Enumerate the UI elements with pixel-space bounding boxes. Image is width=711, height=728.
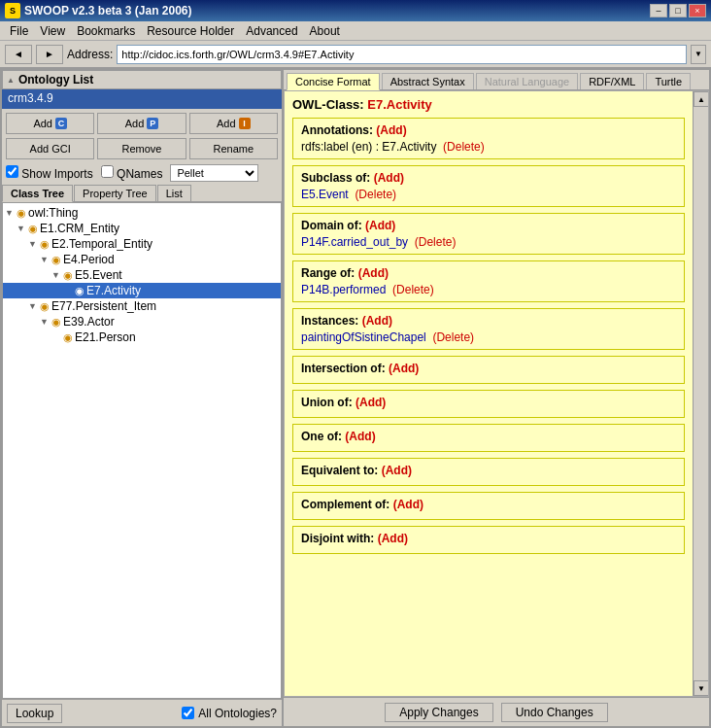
title-bar: S SWOOP v2.3 beta 3 (Jan 2006) – □ × bbox=[0, 0, 711, 21]
scroll-up-button[interactable]: ▲ bbox=[694, 91, 709, 107]
undo-changes-button[interactable]: Undo Changes bbox=[501, 703, 608, 722]
show-imports-checkbox[interactable] bbox=[6, 165, 18, 178]
p14f-link[interactable]: P14F.carried_out_by bbox=[301, 235, 408, 249]
class-icon: ◉ bbox=[75, 285, 85, 297]
tree-item-e7[interactable]: ◉ E7.Activity bbox=[3, 283, 281, 298]
p14b-link[interactable]: P14B.performed bbox=[301, 283, 386, 296]
scroll-track[interactable] bbox=[694, 107, 708, 680]
e5-event-link[interactable]: E5.Event bbox=[301, 188, 349, 201]
range-add-link[interactable]: (Add) bbox=[358, 266, 389, 280]
menu-view[interactable]: View bbox=[34, 23, 71, 39]
forward-button[interactable]: ► bbox=[36, 45, 63, 64]
tab-abstract-syntax[interactable]: Abstract Syntax bbox=[382, 73, 474, 89]
back-button[interactable]: ◄ bbox=[5, 45, 32, 64]
maximize-button[interactable]: □ bbox=[669, 4, 687, 17]
tab-concise-format[interactable]: Concise Format bbox=[287, 73, 380, 90]
all-ontologies-label: All Ontologies? bbox=[198, 707, 277, 720]
tab-property-tree[interactable]: Property Tree bbox=[74, 185, 156, 201]
reasoner-select[interactable]: PelletNo Reasoner bbox=[170, 164, 258, 182]
apply-changes-button[interactable]: Apply Changes bbox=[385, 703, 492, 722]
tab-rdf-xml[interactable]: RDF/XML bbox=[580, 73, 644, 89]
bottom-bar: Lookup All Ontologies? bbox=[2, 699, 282, 726]
subclass-delete-link[interactable]: (Delete) bbox=[355, 188, 396, 201]
scroll-down-button[interactable]: ▼ bbox=[694, 680, 709, 696]
class-icon: ◉ bbox=[40, 300, 50, 313]
tree-item-e5[interactable]: ▼ ◉ E5.Event bbox=[3, 267, 281, 283]
instances-delete-link[interactable]: (Delete) bbox=[432, 330, 474, 344]
subclass-add-link[interactable]: (Add) bbox=[374, 171, 404, 185]
complement-add-link[interactable]: (Add) bbox=[393, 498, 423, 511]
tree-label: E5.Event bbox=[75, 268, 122, 282]
c-badge: C bbox=[55, 118, 67, 129]
equivalent-header: Equivalent to: (Add) bbox=[301, 464, 676, 477]
range-delete-link[interactable]: (Delete) bbox=[392, 283, 434, 296]
menu-about[interactable]: About bbox=[304, 23, 346, 39]
lookup-button[interactable]: Lookup bbox=[7, 704, 62, 723]
tree-item-e4[interactable]: ▼ ◉ E4.Period bbox=[3, 252, 281, 267]
all-ontologies-checkbox[interactable] bbox=[182, 707, 194, 719]
complement-section: Complement of: (Add) bbox=[292, 492, 685, 520]
add-p-button[interactable]: Add P bbox=[97, 113, 186, 134]
instances-add-link[interactable]: (Add) bbox=[362, 314, 392, 328]
one-of-add-link[interactable]: (Add) bbox=[345, 430, 375, 443]
menu-bar: File View Bookmarks Resource Holder Adva… bbox=[0, 21, 711, 41]
annotations-add-link[interactable]: (Add) bbox=[376, 123, 406, 137]
union-add-link[interactable]: (Add) bbox=[356, 396, 386, 409]
domain-section: Domain of: (Add) P14F.carried_out_by (De… bbox=[292, 213, 685, 255]
expand-icon: ▼ bbox=[28, 301, 40, 311]
owl-class-prefix: OWL-Class: bbox=[292, 97, 364, 112]
one-of-header: One of: (Add) bbox=[301, 430, 676, 443]
domain-add-link[interactable]: (Add) bbox=[365, 219, 395, 232]
tree-label: E1.CRM_Entity bbox=[40, 222, 119, 235]
tab-list[interactable]: List bbox=[157, 185, 191, 201]
owl-class-link[interactable]: E7.Activity bbox=[367, 97, 431, 112]
tree-item-e2[interactable]: ▼ ◉ E2.Temporal_Entity bbox=[3, 236, 281, 252]
address-dropdown[interactable]: ▼ bbox=[691, 45, 706, 64]
add-gci-button[interactable]: Add GCI bbox=[6, 138, 94, 159]
equivalent-add-link[interactable]: (Add) bbox=[382, 464, 412, 477]
class-icon: ◉ bbox=[63, 269, 73, 282]
expand-icon: ▼ bbox=[17, 224, 28, 233]
tree-item-owl-thing[interactable]: ▼ ◉ owl:Thing bbox=[3, 205, 281, 221]
tree-item-e1[interactable]: ▼ ◉ E1.CRM_Entity bbox=[3, 221, 281, 236]
annotations-delete-link[interactable]: (Delete) bbox=[443, 140, 485, 154]
scrollbar[interactable]: ▲ ▼ bbox=[693, 91, 708, 696]
qnames-checkbox[interactable] bbox=[101, 165, 114, 178]
tab-class-tree[interactable]: Class Tree bbox=[2, 185, 73, 202]
tree-item-e77[interactable]: ▼ ◉ E77.Persistent_Item bbox=[3, 298, 281, 314]
minimize-button[interactable]: – bbox=[650, 4, 667, 17]
painting-link[interactable]: paintingOfSistineChapel bbox=[301, 330, 426, 344]
menu-advanced[interactable]: Advanced bbox=[240, 23, 303, 39]
tree-item-e21[interactable]: ◉ E21.Person bbox=[3, 329, 281, 345]
close-button[interactable]: × bbox=[689, 4, 706, 17]
instances-header: Instances: (Add) bbox=[301, 314, 676, 328]
collapse-icon: ▲ bbox=[7, 76, 15, 85]
disjoint-add-link[interactable]: (Add) bbox=[378, 532, 408, 545]
address-input[interactable] bbox=[117, 45, 687, 64]
class-icon: ◉ bbox=[51, 254, 61, 266]
class-icon: ◉ bbox=[17, 207, 26, 220]
add-c-button[interactable]: Add C bbox=[6, 113, 94, 134]
menu-bookmarks[interactable]: Bookmarks bbox=[71, 23, 141, 39]
domain-delete-link[interactable]: (Delete) bbox=[415, 235, 457, 249]
annotations-section: Annotations: (Add) rdfs:label (en) : E7.… bbox=[292, 118, 685, 159]
action-buttons-row: Add GCI Remove Rename bbox=[2, 136, 282, 161]
tab-turtle[interactable]: Turtle bbox=[646, 73, 691, 89]
menu-file[interactable]: File bbox=[4, 23, 34, 39]
tree-tabs: Class Tree Property Tree List bbox=[2, 185, 282, 202]
tree-item-e39[interactable]: ▼ ◉ E39.Actor bbox=[3, 314, 281, 329]
ontology-list-item[interactable]: crm3.4.9 bbox=[2, 89, 282, 109]
remove-button[interactable]: Remove bbox=[97, 138, 186, 159]
address-label: Address: bbox=[67, 48, 113, 61]
expand-icon: ▼ bbox=[5, 208, 17, 218]
options-row: Show Imports QNames PelletNo Reasoner bbox=[2, 161, 282, 185]
add-i-button[interactable]: Add I bbox=[189, 113, 278, 134]
add-i-label: Add bbox=[217, 118, 236, 129]
rename-button[interactable]: Rename bbox=[189, 138, 278, 159]
subclass-section: Subclass of: (Add) E5.Event (Delete) bbox=[292, 165, 685, 207]
all-ontologies-option: All Ontologies? bbox=[182, 707, 277, 720]
menu-resource-holder[interactable]: Resource Holder bbox=[141, 23, 240, 39]
tree-label: E4.Period bbox=[63, 253, 115, 266]
expand-icon bbox=[63, 286, 75, 295]
intersection-add-link[interactable]: (Add) bbox=[389, 362, 419, 375]
